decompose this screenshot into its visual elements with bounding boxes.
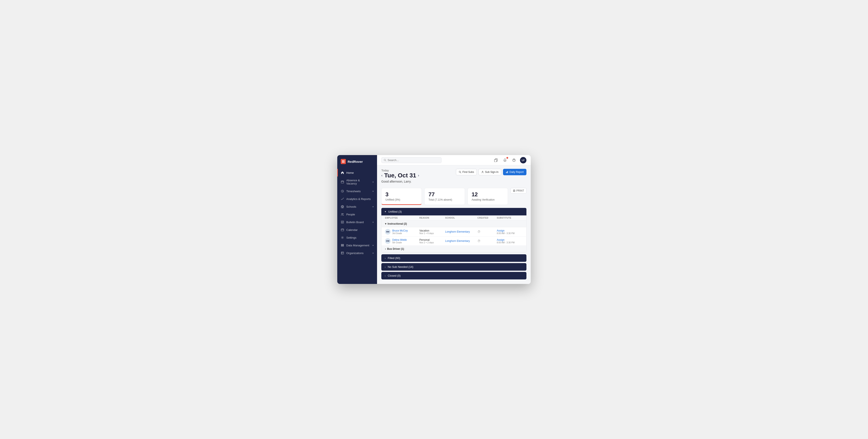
greeting: Good afternoon, Larry. [381, 180, 419, 183]
employee-info-bruce: Bruce McCoy 3rd Grade [392, 229, 408, 235]
avatar-bruce: BM [385, 229, 391, 235]
closed-section-header[interactable]: › Closed (0) [381, 272, 526, 279]
reason-cell-bruce: Vacation Nov 1 + 6 days [420, 229, 445, 235]
svg-rect-13 [341, 244, 344, 245]
sidebar-item-analytics[interactable]: Analytics & Reports [337, 195, 377, 203]
sidebar-item-orgs[interactable]: Organizations ▾ [337, 249, 377, 257]
unfilled-chevron-icon: ▾ [385, 210, 386, 213]
reason-text-bruce: Vacation [420, 229, 445, 232]
sidebar-item-home[interactable]: Home [337, 169, 377, 176]
stat-card-verification: 12 Awaiting Verification [468, 188, 508, 205]
filled-section-label: Filled (60) [388, 257, 400, 260]
bus-driver-label: Bus Driver (1) [387, 247, 404, 250]
table-row: DW Debra Webb 5th Grade Personal Nov 2 +… [381, 236, 526, 246]
svg-rect-19 [494, 159, 497, 162]
table-col-headers: EMPLOYEE REASON SCHOOL CREATED SUBSTITUT… [381, 215, 526, 221]
sidebar-item-people[interactable]: People [337, 210, 377, 218]
closed-chevron-icon: › [385, 274, 385, 277]
svg-point-23 [482, 171, 483, 172]
employee-cell-bruce: BM Bruce McCoy 3rd Grade [385, 229, 420, 235]
sidebar-item-timesheets[interactable]: Timesheets ▾ [337, 187, 377, 195]
sidebar-item-schools-label: Schools [346, 205, 356, 208]
copy-icon-btn[interactable] [493, 157, 499, 163]
stat-value-verification: 12 [472, 191, 504, 198]
sidebar-nav: Home Absence & Vacancy ▾ [337, 168, 377, 284]
col-substitute: SUBSTITUTE [497, 217, 526, 219]
instructional-chevron-icon: ▾ [385, 222, 386, 225]
bell-icon-btn[interactable] [502, 157, 508, 163]
assign-time-debra: 8:00 AM - 3:30 PM [497, 241, 526, 244]
no-sub-section-label: No Sub Needed (14) [388, 265, 413, 268]
col-employee: EMPLOYEE [385, 217, 420, 219]
bulletin-icon [341, 221, 344, 224]
sidebar-item-absence[interactable]: Absence & Vacancy ▾ [337, 176, 377, 187]
sidebar-item-settings[interactable]: Settings [337, 234, 377, 241]
assign-link-bruce[interactable]: Assign [497, 229, 526, 232]
filled-section-header[interactable]: › Filled (60) [381, 254, 526, 262]
col-created: CREATED [477, 217, 497, 219]
school-link-debra[interactable]: Longhorn Elementary [445, 239, 477, 242]
reason-text-debra: Personal [420, 238, 445, 241]
created-cell-bruce: ⏱ [477, 230, 497, 234]
no-sub-section-header[interactable]: › No Sub Needed (14) [381, 263, 526, 271]
bus-driver-chevron-icon: › [385, 247, 386, 250]
employee-role-bruce: 3rd Grade [392, 232, 408, 235]
top-actions: Find Subs Sub Sign-In [456, 169, 526, 175]
sidebar-item-analytics-label: Analytics & Reports [346, 197, 371, 201]
employee-name-debra[interactable]: Debra Webb [392, 238, 407, 241]
search-bar[interactable] [381, 157, 441, 163]
find-subs-button[interactable]: Find Subs [456, 169, 477, 175]
people-icon [341, 213, 344, 216]
sidebar-item-calendar-label: Calendar [346, 228, 358, 232]
svg-rect-24 [506, 172, 506, 173]
sidebar-item-bulletin[interactable]: Bulletin Board ▾ [337, 218, 377, 226]
prev-date-btn[interactable]: ‹ [381, 173, 382, 177]
search-icon [459, 171, 461, 173]
avatar[interactable]: LF [520, 157, 526, 163]
chevron-down-icon: ▾ [373, 190, 374, 193]
instructional-subsection[interactable]: ▾ Instructional (2) [381, 221, 526, 227]
print-button[interactable]: PRINT [510, 188, 526, 194]
daily-report-button[interactable]: Daily Report [503, 169, 526, 175]
unfilled-section-label: Unfilled (3) [388, 210, 402, 213]
sidebar-item-settings-label: Settings [346, 236, 356, 239]
assign-link-debra[interactable]: Assign [497, 238, 526, 241]
unfilled-section: ▾ Unfilled (3) EMPLOYEE REASON SCHOOL CR… [381, 208, 526, 252]
today-label: Today [381, 169, 419, 172]
sidebar-item-data[interactable]: Data Management ▾ [337, 241, 377, 249]
svg-point-0 [342, 161, 343, 162]
app-header: LF [377, 155, 531, 165]
clock-icon-debra: ⏱ [477, 239, 480, 243]
copy-icon [494, 159, 498, 162]
logo-icon [341, 159, 346, 164]
svg-point-9 [343, 213, 343, 214]
col-school: SCHOOL [445, 217, 477, 219]
sidebar-item-calendar[interactable]: Calendar [337, 226, 377, 234]
sidebar-item-people-label: People [346, 213, 355, 216]
school-link-bruce[interactable]: Longhorn Elementary [445, 230, 477, 233]
data-icon [341, 243, 344, 247]
sidebar-item-timesheets-label: Timesheets [346, 190, 361, 193]
search-input[interactable] [388, 159, 439, 162]
substitute-cell-bruce: Assign 8:00 AM - 3:30 PM [497, 229, 526, 235]
unfilled-section-header[interactable]: ▾ Unfilled (3) [381, 208, 526, 215]
chevron-down-icon: ▾ [373, 221, 374, 223]
svg-point-3 [343, 162, 345, 163]
absence-icon [341, 180, 344, 183]
analytics-icon [341, 197, 344, 201]
next-date-btn[interactable]: › [418, 173, 419, 177]
search-icon [384, 159, 386, 162]
svg-rect-16 [341, 252, 344, 254]
main-content: LF Today ‹ Tue, Oct 31 › Good afternoon,… [377, 155, 531, 284]
bell-icon [503, 159, 507, 162]
bus-driver-subsection[interactable]: › Bus Driver (1) [381, 246, 526, 252]
logo-text: RedRover [348, 160, 363, 163]
svg-rect-28 [514, 191, 515, 191]
stat-value-unfilled: 3 [385, 191, 418, 198]
sub-sign-in-button[interactable]: Sub Sign-In [478, 169, 501, 175]
sidebar-item-schools[interactable]: Schools ▾ [337, 203, 377, 210]
sidebar-item-data-label: Data Management [346, 244, 369, 247]
settings-icon [341, 236, 344, 239]
help-icon-btn[interactable] [511, 157, 517, 163]
employee-name-bruce[interactable]: Bruce McCoy [392, 229, 408, 232]
